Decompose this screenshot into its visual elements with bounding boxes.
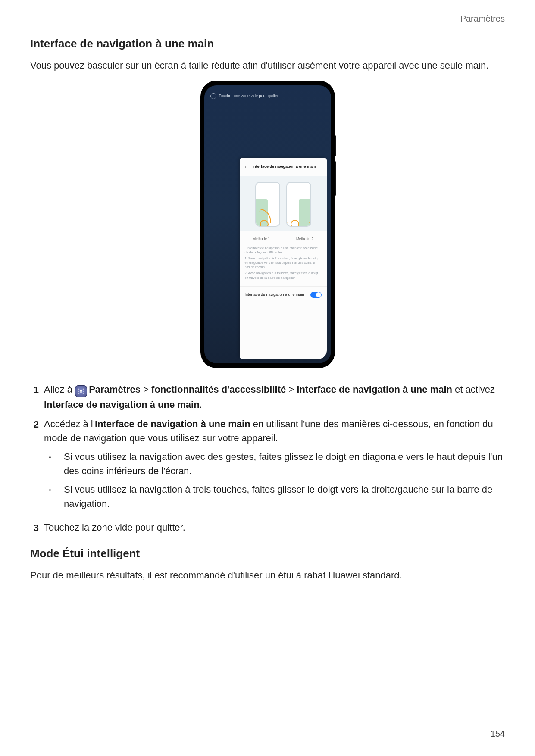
bullet-text: Si vous utilisez la navigation avec des … [64, 450, 505, 478]
section-heading-smartcover: Mode Étui intelligent [30, 545, 505, 562]
info-icon: i [210, 93, 216, 99]
phone-side-button [335, 161, 336, 196]
step-3: 3 Touchez la zone vide pour quitter. [30, 520, 505, 535]
bullet-2: • Si vous utilisez la navigation à trois… [44, 482, 505, 511]
svg-point-0 [80, 390, 82, 393]
text: > [141, 384, 151, 395]
phone-screen: i Toucher une zone vide pour quitter ← I… [204, 85, 331, 363]
step-body: Touchez la zone vide pour quitter. [44, 520, 505, 534]
step-number: 1 [30, 382, 39, 397]
bullet-dot-icon: • [44, 450, 56, 462]
text-bold: Paramètres [89, 384, 141, 395]
text-bold: fonctionnalités d'accessibilité [151, 384, 286, 395]
method1-graphic [255, 182, 280, 227]
intro-paragraph: Vous pouvez basculer sur un écran à tail… [30, 58, 505, 72]
bullet-1: • Si vous utilisez la navigation avec de… [44, 450, 505, 478]
method-explain: L'interface de navigation à une main est… [240, 246, 327, 280]
phone-side-button [335, 135, 336, 156]
text: > [286, 384, 297, 395]
step-body: Allez à Paramètres > fonctionnalités d'a… [44, 382, 505, 412]
toggle-row: Interface de navigation à une main [240, 286, 327, 298]
back-icon: ← [244, 163, 249, 171]
step-number: 3 [30, 520, 39, 535]
settings-panel: ← Interface de navigation à une main ←→ [240, 158, 327, 359]
sub-bullets: • Si vous utilisez la navigation avec de… [44, 450, 505, 511]
bullet-text: Si vous utilisez la navigation à trois t… [64, 482, 505, 511]
method-illustration: ←→ [240, 176, 327, 231]
text-bold: Interface de navigation à une main [297, 384, 452, 395]
section-heading-onehand: Interface de navigation à une main [30, 35, 505, 52]
method2-label: Méthode 2 [283, 236, 327, 242]
exit-tip-text: Toucher une zone vide pour quitter [219, 93, 279, 99]
text: et activez [452, 384, 495, 395]
step-number: 2 [30, 417, 39, 431]
illustration-wrapper: i Toucher une zone vide pour quitter ← I… [30, 81, 505, 368]
step-body: Accédez à l'Interface de navigation à un… [44, 417, 505, 515]
step-1: 1 Allez à Paramètres > fonctionnalités d… [30, 382, 505, 412]
header-breadcrumb: Paramètres [30, 12, 505, 25]
toggle-switch [310, 292, 322, 298]
exit-tip: i Toucher une zone vide pour quitter [204, 85, 331, 99]
panel-header: ← Interface de navigation à une main [240, 158, 327, 176]
text: Accédez à l' [44, 419, 95, 429]
step-2: 2 Accédez à l'Interface de navigation à … [30, 417, 505, 515]
panel-title: Interface de navigation à une main [253, 164, 316, 170]
method1-label: Méthode 1 [240, 236, 283, 242]
bullet-dot-icon: • [44, 482, 56, 495]
method-labels: Méthode 1 Méthode 2 [240, 233, 327, 244]
text: Allez à [44, 384, 75, 395]
text-bold: Interface de navigation à une main [95, 419, 250, 429]
text-bold: Interface de navigation à une main [44, 399, 200, 410]
toggle-label: Interface de navigation à une main [245, 292, 304, 298]
explain-line-1: 1. Sans navigation à 3 touches, faire gl… [245, 256, 322, 269]
smartcover-paragraph: Pour de meilleurs résultats, il est reco… [30, 568, 505, 582]
text: . [200, 399, 202, 410]
step-list: 1 Allez à Paramètres > fonctionnalités d… [30, 382, 505, 535]
explain-line-2: 2. Avec navigation à 3 touches, faire gl… [245, 271, 322, 280]
settings-icon [75, 385, 87, 397]
explain-intro: L'interface de navigation à une main est… [245, 246, 322, 255]
method2-graphic: ←→ [286, 182, 311, 227]
phone-mockup: i Toucher une zone vide pour quitter ← I… [201, 81, 335, 368]
page-number: 154 [491, 729, 505, 739]
